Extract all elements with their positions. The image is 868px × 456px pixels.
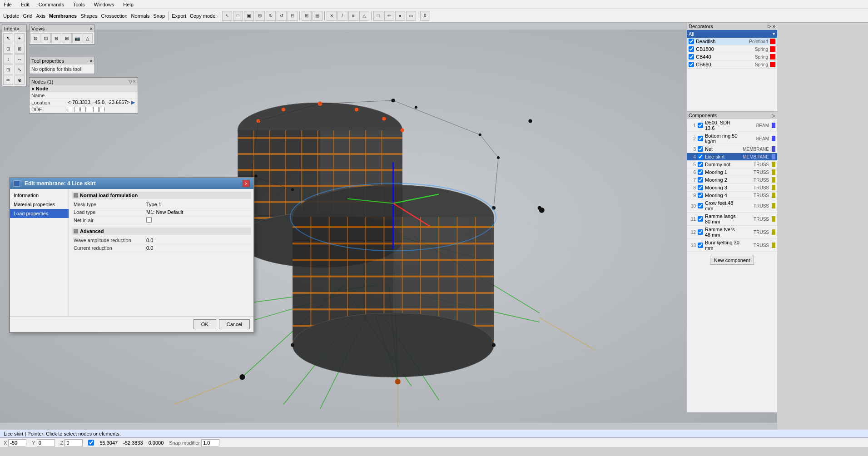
toolbar-rotate-icon[interactable]: ↻ [266,11,276,21]
toolbar-split-icon[interactable]: ⊞ [302,11,312,21]
toolbar-export[interactable]: Export [170,13,188,19]
comp-check-2[interactable] [698,136,703,141]
menu-windows[interactable]: Windows [92,1,116,8]
views-top-btn[interactable]: ⊟ [51,33,61,43]
toolbar-axis[interactable]: Axis [35,13,47,19]
comp-row-12[interactable]: 12 Ramme tvers 48 mm TRUSS [687,226,777,239]
comp-check-8[interactable] [698,185,703,190]
comp-row-6[interactable]: 6 Mooring 1 TRUSS [687,169,777,176]
comp-row-4[interactable]: 4 Lice skirt MEMBRANE [687,153,777,161]
views-camera-btn[interactable]: 📷 [72,33,82,43]
dof-6[interactable] [99,107,105,112]
menu-file[interactable]: File [2,1,14,8]
toolbar-membranes[interactable]: Membranes [48,13,78,19]
status-z-input[interactable] [64,439,83,446]
decorator-check-cb1800[interactable] [689,46,694,52]
viewport[interactable]: Intent× ↖ + ⊡ ⊞ ↕ ↔ ⊡ ⤡ ✏ ⊗ Views × ⊡ [0,23,777,430]
decorators-filter-dropdown[interactable]: ▾ [773,31,775,37]
comp-check-4[interactable] [698,154,703,159]
comp-row-1[interactable]: 1 Ø500, SDR 13.6 BEAM [687,119,777,132]
intent-btn-9[interactable]: ✏ [3,75,13,85]
toolbar-rect2-icon[interactable]: ▭ [406,11,416,21]
comp-row-10[interactable]: 10 Crow feet 48 mm TRUSS [687,199,777,213]
tool-props-title[interactable]: Tool properties × [30,57,94,64]
decorator-row-cb440[interactable]: CB440 Spring [687,53,777,61]
decorators-expand-btn[interactable]: ▷ [768,24,771,29]
toolbar-line-icon[interactable]: / [337,11,347,21]
comp-check-9[interactable] [698,193,703,198]
toolbar-snap[interactable]: Snap [152,13,167,19]
new-component-btn[interactable]: New component [710,256,754,265]
toolbar-tri-icon[interactable]: △ [359,11,369,21]
menu-edit[interactable]: Edit [19,1,31,8]
toolbar-copy-model[interactable]: Copy model [188,13,218,19]
dialog-sidebar-load[interactable]: Load properties [10,209,69,218]
comp-check-11[interactable] [698,216,703,222]
intent-btn-5[interactable]: ↕ [3,54,13,64]
decorator-check-deadfish[interactable] [689,39,694,44]
nodes-panel-title[interactable]: Nodes (1) ▽ × [30,78,138,85]
comp-check-10[interactable] [698,203,703,208]
status-y-input[interactable] [37,439,55,446]
toolbar-square-icon[interactable]: □ [373,11,383,21]
status-checkbox-input[interactable] [88,440,94,446]
comp-row-13[interactable]: 13 Bunnkjetting 30 mm TRUSS [687,239,777,252]
comp-row-11[interactable]: 11 Ramme langs 80 mm TRUSS [687,213,777,226]
views-panel-title[interactable]: Views × [30,25,94,32]
comp-check-3[interactable] [698,146,703,152]
toolbar-merge-icon[interactable]: ▤ [312,11,322,21]
status-snap-input[interactable] [201,439,219,446]
comp-check-12[interactable] [698,229,703,235]
toolbar-pen-icon[interactable]: ✏ [384,11,394,21]
comp-check-7[interactable] [698,177,703,183]
decorators-title[interactable]: Decorators ▷ × [687,23,777,30]
dialog-sidebar-information[interactable]: Information [10,191,69,200]
components-title[interactable]: Components ▷ [687,112,777,119]
intent-btn-2[interactable]: + [15,33,25,43]
decorator-row-cb1800[interactable]: CB1800 Spring [687,45,777,53]
net-in-air-checkbox[interactable] [146,217,152,223]
toolbar-normals[interactable]: Normals [130,13,151,19]
toolbar-node-icon[interactable]: ● [395,11,405,21]
comp-check-1[interactable] [698,123,703,128]
toolbar-select-icon[interactable]: ↖ [222,11,232,21]
decorator-row-deadfish[interactable]: Deadfish Pointload [687,38,777,45]
menu-help[interactable]: Help [121,1,135,8]
toolbar-lines-icon[interactable]: ≡ [348,11,358,21]
dialog-ok-btn[interactable]: OK [193,319,216,329]
comp-check-13[interactable] [698,243,703,248]
toolbar-shapes[interactable]: Shapes [79,13,99,19]
comp-check-6[interactable] [698,169,703,175]
intent-btn-8[interactable]: ⤡ [15,64,25,74]
comp-row-7[interactable]: 7 Mooring 2 TRUSS [687,176,777,184]
comp-row-3[interactable]: 3 Net MEMBRANE [687,145,777,153]
intent-btn-1[interactable]: ↖ [3,33,13,43]
section-advanced[interactable]: - Advanced [72,228,251,235]
intent-btn-3[interactable]: ⊡ [3,44,13,54]
toolbar-grid[interactable]: Grid [21,13,34,19]
views-side-btn[interactable]: ⊡ [41,33,51,43]
decorator-row-cb680[interactable]: CB680 Spring [687,61,777,69]
comp-row-2[interactable]: 2 Bottom ring 50 kg/m BEAM [687,132,777,145]
toolbar-cube-icon[interactable]: ▣ [244,11,254,21]
comp-check-5[interactable] [698,162,703,167]
toolbar-crossection[interactable]: Crossection [100,13,129,19]
menu-commands[interactable]: Commands [37,1,66,8]
dialog-titlebar[interactable]: Edit membrane: 4 Lice skirt × [10,178,253,189]
decorator-check-cb440[interactable] [689,54,694,59]
comp-row-5[interactable]: 5 Dummy not TRUSS [687,161,777,169]
dof-1[interactable] [68,107,73,112]
components-expand-btn[interactable]: ▷ [772,113,775,118]
toolbar-update[interactable]: Update [2,13,20,19]
toolbar-undo-icon[interactable]: ↺ [277,11,287,21]
nodes-minimize-btn[interactable]: ▽ [129,79,132,84]
toolbar-rect-icon[interactable]: □ [233,11,243,21]
decorators-close-btn[interactable]: × [773,24,775,29]
decorators-filter[interactable]: All ▾ [687,30,777,38]
intent-btn-4[interactable]: ⊞ [15,44,25,54]
toolbar-x-icon[interactable]: ✕ [327,11,337,21]
views-3d-btn[interactable]: △ [83,33,93,43]
comp-row-9[interactable]: 9 Mooring 4 TRUSS [687,192,777,199]
views-front-btn[interactable]: ⊡ [30,33,40,43]
toolbar-box-icon[interactable]: ⊞ [255,11,265,21]
